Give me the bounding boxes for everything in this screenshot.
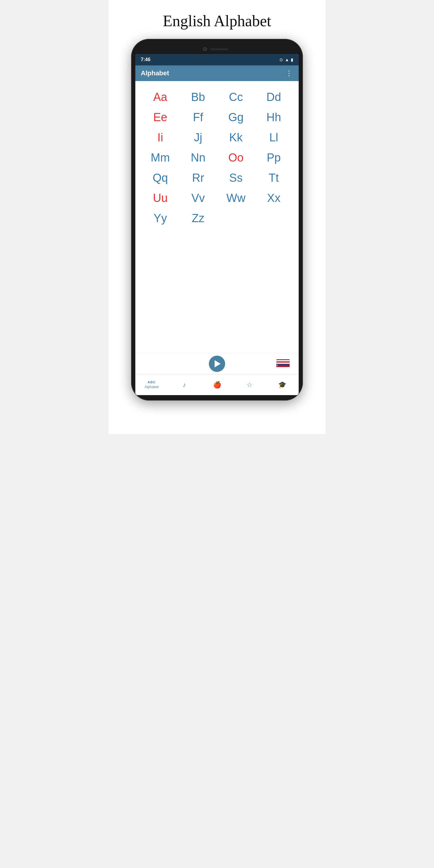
letter-cell-ee[interactable]: Ee bbox=[141, 107, 179, 127]
status-bar: 7:46 ⊙ ▲ ▮ bbox=[135, 54, 299, 65]
letter-cell-ll[interactable]: Ll bbox=[255, 127, 293, 148]
play-bar: ★ bbox=[135, 353, 299, 374]
battery-icon: ▮ bbox=[291, 57, 293, 62]
letter-cell-tt[interactable]: Tt bbox=[255, 168, 293, 188]
letter-cell-ff[interactable]: Ff bbox=[179, 107, 217, 127]
apple-icon: 🍎 bbox=[213, 381, 221, 389]
graduation-cap-icon: 🎓 bbox=[278, 381, 286, 389]
us-flag-icon[interactable]: ★ bbox=[276, 359, 290, 368]
letter-cell-kk[interactable]: Kk bbox=[217, 127, 255, 148]
play-bar-wrapper bbox=[193, 355, 241, 372]
letter-cell-cc[interactable]: Cc bbox=[217, 87, 255, 107]
wifi-icon: ⊙ bbox=[279, 57, 283, 62]
music-note-icon: ♪ bbox=[183, 381, 186, 389]
letter-cell-gg[interactable]: Gg bbox=[217, 107, 255, 127]
flag-blue-section: ★ bbox=[276, 364, 290, 366]
letter-cell-yy[interactable]: Yy bbox=[141, 208, 179, 228]
star-icon: ☆ bbox=[247, 381, 253, 389]
page-title: English Alphabet bbox=[163, 12, 271, 30]
letter-cell-ii[interactable]: Ii bbox=[141, 127, 179, 148]
speaker-grille bbox=[210, 48, 228, 50]
flag-white-stripe-3 bbox=[276, 367, 290, 368]
letter-cell-ss[interactable]: Ss bbox=[217, 168, 255, 188]
app-bar: Alphabet ⋮ bbox=[135, 65, 299, 81]
letter-cell-mm[interactable]: Mm bbox=[141, 148, 179, 168]
letter-cell-qq[interactable]: Qq bbox=[141, 168, 179, 188]
status-time: 7:46 bbox=[141, 57, 150, 62]
letter-cell-hh[interactable]: Hh bbox=[255, 107, 293, 127]
phone-frame: 7:46 ⊙ ▲ ▮ Alphabet ⋮ AaBbCcDdEeFfGgHhIi… bbox=[131, 39, 303, 401]
phone-screen: 7:46 ⊙ ▲ ▮ Alphabet ⋮ AaBbCcDdEeFfGgHhIi… bbox=[135, 54, 299, 395]
nav-item-graduate[interactable]: 🎓 bbox=[266, 381, 299, 389]
page-wrapper: English Alphabet 7:46 ⊙ ▲ ▮ Alphabet ⋮ bbox=[108, 0, 326, 434]
content-area: AaBbCcDdEeFfGgHhIiJjKkLlMmNnOoPpQqRrSsTt… bbox=[135, 81, 299, 353]
letter-cell-pp[interactable]: Pp bbox=[255, 148, 293, 168]
letter-cell-dd[interactable]: Dd bbox=[255, 87, 293, 107]
play-button[interactable] bbox=[209, 355, 225, 372]
app-bar-title: Alphabet bbox=[141, 69, 169, 77]
alphabet-nav-icon: ABC bbox=[148, 380, 156, 384]
letter-cell-ww[interactable]: Ww bbox=[217, 188, 255, 208]
phone-top-bar bbox=[135, 44, 299, 54]
letter-cell-nn[interactable]: Nn bbox=[179, 148, 217, 168]
letter-cell-rr[interactable]: Rr bbox=[179, 168, 217, 188]
alphabet-grid: AaBbCcDdEeFfGgHhIiJjKkLlMmNnOoPpQqRrSsTt… bbox=[138, 87, 296, 228]
nav-item-music[interactable]: ♪ bbox=[168, 381, 200, 389]
nav-item-learn[interactable]: 🍎 bbox=[201, 381, 233, 389]
letter-cell-uu[interactable]: Uu bbox=[141, 188, 179, 208]
letter-cell-vv[interactable]: Vv bbox=[179, 188, 217, 208]
nav-label-alphabet: Alphabet bbox=[145, 385, 159, 389]
letter-cell-jj[interactable]: Jj bbox=[179, 127, 217, 148]
camera-dot bbox=[203, 47, 207, 51]
nav-item-favorites[interactable]: ☆ bbox=[233, 381, 266, 389]
letter-cell-aa[interactable]: Aa bbox=[141, 87, 179, 107]
nav-item-alphabet[interactable]: ABC Alphabet bbox=[135, 380, 168, 389]
status-icons: ⊙ ▲ ▮ bbox=[279, 57, 293, 62]
play-triangle-icon bbox=[215, 360, 221, 367]
letter-cell-oo[interactable]: Oo bbox=[217, 148, 255, 168]
more-menu-icon[interactable]: ⋮ bbox=[285, 69, 293, 78]
letter-cell-bb[interactable]: Bb bbox=[179, 87, 217, 107]
signal-icon: ▲ bbox=[285, 57, 289, 62]
bottom-nav: ABC Alphabet ♪ 🍎 ☆ 🎓 bbox=[135, 374, 299, 395]
letter-cell-xx[interactable]: Xx bbox=[255, 188, 293, 208]
letter-cell-zz[interactable]: Zz bbox=[179, 208, 217, 228]
